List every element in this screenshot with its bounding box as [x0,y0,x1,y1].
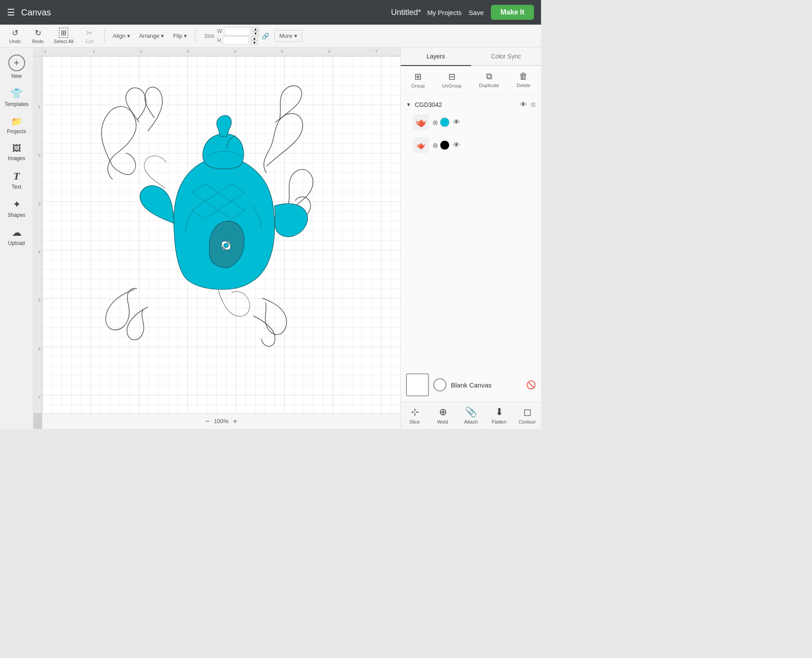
left-sidebar: + New 👕 Templates 📁 Projects 🖼 Images T … [0,48,33,429]
height-input[interactable] [223,36,249,45]
layer-group-visibility-button[interactable]: 👁 [520,101,527,109]
ruler-v-6: 6 [38,347,40,351]
teapot-cyan [140,115,307,289]
height-increment[interactable]: ▲ [251,36,258,40]
text-icon: T [13,170,20,182]
sidebar-item-projects-label: Projects [7,128,26,135]
toolbar-separator-2 [195,29,195,43]
ruler-v-5: 5 [38,298,40,303]
delete-button[interactable]: 🗑 Delete [514,69,533,90]
grid-canvas[interactable] [42,56,400,413]
layer-group: ▼ CGD3042 👁 ≡ 🫖 ⊗ 👁 [404,98,538,156]
contour-button[interactable]: ◻ Contour [513,402,541,429]
layer-actions: ⊞ Group ⊟ UnGroup ⧉ Duplicate 🗑 Delete [401,66,541,94]
zoom-in-button[interactable]: + [233,417,237,425]
layers-list: ▼ CGD3042 👁 ≡ 🫖 ⊗ 👁 [401,94,541,368]
height-stepper: ▲ ▼ [251,36,258,45]
layer-items: 🫖 ⊗ 👁 🫖 ⊗ 👁 [404,112,538,156]
ruler-h-7: 7 [375,49,377,54]
canvas-hide-button[interactable]: 🚫 [526,380,536,390]
canvas-container[interactable]: 0 1 2 3 4 5 6 7 8 1 2 3 4 5 6 7 8 [33,48,400,429]
sidebar-item-new-label: New [11,73,22,79]
redo-icon: ↻ [35,28,41,38]
weld-icon: ⊕ [439,406,447,418]
ruler-horizontal: 0 1 2 3 4 5 6 7 8 [42,48,400,56]
tab-color-sync[interactable]: Color Sync [471,48,541,66]
sidebar-item-shapes[interactable]: ✦ Shapes [2,195,32,222]
layer-group-header[interactable]: ▼ CGD3042 👁 ≡ [404,98,538,112]
canvas-preview [406,373,429,396]
bottom-toolbar: ⊹ Slice ⊕ Weld 📎 Attach ⬇ Flatten ◻ Cont… [401,402,541,429]
hamburger-icon[interactable]: ☰ [7,7,15,18]
layer-item-2-icons: ⊗ [432,140,450,150]
sidebar-item-templates[interactable]: 👕 Templates [2,84,32,111]
layer-color-dot-2[interactable] [440,140,450,150]
upload-icon: ☁ [12,227,22,238]
ruler-h-6: 6 [328,49,330,54]
canvas-artwork[interactable] [77,78,324,351]
doc-title: Untitled* [391,8,421,17]
layer-item[interactable]: 🫖 ⊗ 👁 [411,112,538,133]
layer-group-name: CGD3042 [415,101,516,108]
width-decrement[interactable]: ▼ [252,31,259,36]
zoom-bar: − 100% + [42,413,400,429]
layer-group-menu-button[interactable]: ≡ [530,100,536,109]
ruler-h-0: 0 [44,49,46,54]
flatten-button[interactable]: ⬇ Flatten [485,402,513,429]
attach-icon: 📎 [465,406,477,418]
ungroup-button[interactable]: ⊟ UnGroup [439,69,465,90]
width-increment[interactable]: ▲ [252,27,259,31]
layer-color-dot-1[interactable] [440,117,450,127]
height-decrement[interactable]: ▼ [251,40,258,45]
lock-ratio-icon[interactable]: 🔗 [262,33,269,40]
sidebar-item-new[interactable]: + New [2,51,32,83]
duplicate-button[interactable]: ⧉ Duplicate [476,69,502,90]
ruler-h-3: 3 [187,49,189,54]
sidebar-item-images[interactable]: 🖼 Images [2,140,32,165]
group-button[interactable]: ⊞ Group [409,69,428,90]
blank-canvas-label: Blank Canvas [451,381,522,389]
layer-item[interactable]: 🫖 ⊗ 👁 [411,135,538,156]
sidebar-item-shapes-label: Shapes [7,212,26,218]
collapse-arrow-icon: ▼ [406,102,411,108]
select-all-icon: ⊞ [59,28,68,38]
undo-button[interactable]: ↺ Undo [5,26,25,46]
layer-item-2-visibility-button[interactable]: 👁 [453,141,460,149]
ruler-h-4: 4 [234,49,236,54]
width-stepper: ▲ ▼ [252,27,259,36]
size-inputs: W ▲ ▼ H ▲ ▼ [217,27,259,45]
chevron-down-icon: ▾ [161,33,164,39]
align-dropdown[interactable]: Align ▾ [110,31,133,41]
sidebar-item-text[interactable]: T Text [2,167,32,194]
my-projects-button[interactable]: My Projects [427,9,461,16]
undo-icon: ↺ [12,28,18,38]
attach-button[interactable]: 📎 Attach [457,402,485,429]
zoom-level: 100% [214,418,228,424]
top-header: ☰ Canvas Untitled* My Projects Save Make… [0,0,541,25]
tab-layers[interactable]: Layers [401,48,471,66]
group-icon: ⊞ [414,71,422,82]
slice-button[interactable]: ⊹ Slice [401,402,429,429]
arrange-dropdown[interactable]: Arrange ▾ [136,31,167,41]
select-all-button[interactable]: ⊞ Select All [51,26,76,46]
ruler-v-7: 7 [38,395,40,399]
main-toolbar: ↺ Undo ↻ Redo ⊞ Select All ✂ Edit Align … [0,25,541,48]
more-button[interactable]: More ▾ [274,30,302,42]
layer-item-1-visibility-button[interactable]: 👁 [453,118,460,126]
make-it-button[interactable]: Make It [491,5,534,20]
save-button[interactable]: Save [469,9,484,16]
edit-icon: ✂ [86,28,93,38]
width-input[interactable] [224,27,250,36]
redo-button[interactable]: ↻ Redo [28,26,48,46]
edit-button[interactable]: ✂ Edit [80,26,99,46]
weld-button[interactable]: ⊕ Weld [429,402,457,429]
sidebar-item-projects[interactable]: 📁 Projects [2,113,32,138]
flip-dropdown[interactable]: Flip ▾ [170,31,190,41]
lock-icon: ⊗ [432,141,438,150]
new-circle-icon: + [8,55,25,71]
sidebar-item-upload[interactable]: ☁ Upload [2,223,32,250]
ruler-v-2: 2 [38,153,40,157]
layer-thumbnail-2: 🫖 [413,137,429,153]
zoom-out-button[interactable]: − [205,417,209,425]
ruler-h-1: 1 [93,49,95,54]
